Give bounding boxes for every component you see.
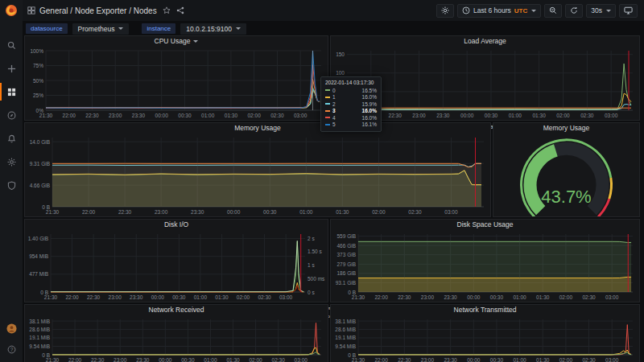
svg-text:02:00: 02:00 (237, 294, 250, 300)
svg-text:21:30: 21:30 (352, 357, 365, 362)
sidebar-item-explore[interactable] (0, 109, 23, 121)
svg-text:22:30: 22:30 (85, 113, 99, 118)
breadcrumb[interactable]: General / Node Exporter / Nodes (27, 6, 157, 15)
svg-text:02:30: 02:30 (408, 209, 422, 215)
svg-text:00:30: 00:30 (263, 209, 277, 215)
svg-text:21:30: 21:30 (46, 357, 60, 362)
disk-io-graph[interactable]: 0 B477 MiB954 MiB1.40 GiB0 s500 ms1 s1.5… (25, 230, 328, 304)
svg-text:0 s: 0 s (308, 290, 315, 295)
sidebar-item-help[interactable]: ? (0, 343, 23, 356)
svg-text:01:30: 01:30 (225, 113, 238, 118)
dashboards-grid-icon (7, 88, 16, 97)
svg-text:14.0 GiB: 14.0 GiB (30, 139, 50, 145)
svg-text:25%: 25% (33, 93, 43, 98)
star-icon[interactable] (163, 6, 171, 14)
sidebar-item-dashboards[interactable] (0, 85, 23, 98)
svg-text:50: 50 (339, 88, 345, 94)
svg-text:01:30: 01:30 (226, 357, 240, 362)
panel-title-memory-usage[interactable]: Memory Usage (25, 123, 490, 134)
avatar (6, 323, 17, 334)
svg-text:01:00: 01:00 (194, 294, 208, 300)
svg-text:21:30: 21:30 (44, 294, 58, 300)
svg-text:1.50 s: 1.50 s (308, 249, 322, 254)
compass-icon (7, 111, 16, 120)
load-average-graph[interactable]: 05010015022:0022:3023:0023:3000:0000:300… (331, 47, 639, 122)
sidebar-item-server-admin[interactable] (0, 179, 23, 191)
dashboard-variables-bar: datasource Prometheus instance 10.0.2.15… (23, 22, 644, 35)
share-icon[interactable] (176, 6, 184, 14)
panel-network-received: Network Received 0 B9.54 MiB19.1 MiB28.6… (24, 304, 328, 362)
cpu-usage-graph[interactable]: 0%25%50%75%100%21:3022:0022:3023:0023:30… (25, 47, 328, 122)
sidebar-item-search[interactable] (0, 39, 23, 51)
svg-text:02:00: 02:00 (559, 294, 573, 300)
svg-text:03:00: 03:00 (605, 357, 619, 362)
sidebar-item-configuration[interactable] (0, 155, 23, 168)
memory-usage-graph[interactable]: 0 B4.66 GiB9.31 GiB14.0 GiB21:3022:0022:… (25, 134, 490, 219)
sidebar-item-profile[interactable] (0, 322, 23, 335)
panel-network-transmitted: Network Transmitted 0 B9.54 MiB19.1 MiB2… (330, 304, 640, 362)
svg-text:19.1 MiB: 19.1 MiB (29, 335, 50, 340)
zoom-out-button[interactable] (544, 4, 562, 18)
svg-text:00:30: 00:30 (490, 357, 504, 362)
svg-text:23:00: 23:00 (421, 294, 435, 300)
chevron-down-icon (531, 10, 536, 12)
instance-variable-picker[interactable]: 10.0.2.15:9100 (180, 23, 246, 35)
svg-text:00:30: 00:30 (181, 357, 195, 362)
panel-title-disk-space[interactable]: Disk Space Usage (331, 220, 639, 230)
sidebar-item-create[interactable] (0, 62, 23, 75)
datasource-variable-picker[interactable]: Prometheus (72, 23, 130, 35)
top-navbar: General / Node Exporter / Nodes Last 6 h… (23, 0, 644, 21)
svg-text:38.1 MiB: 38.1 MiB (29, 319, 50, 324)
svg-text:02:30: 02:30 (270, 113, 284, 118)
svg-text:23:00: 23:00 (109, 113, 122, 118)
svg-text:9.54 MiB: 9.54 MiB (29, 343, 50, 349)
svg-text:?: ? (10, 346, 13, 352)
svg-text:00:00: 00:00 (460, 113, 474, 118)
sidebar-item-alerting[interactable] (0, 132, 23, 145)
dashboard-grid: CPU Usage 0%25%50%75%100%21:3022:0022:30… (23, 35, 644, 362)
svg-text:22:00: 22:00 (365, 113, 378, 118)
zoom-out-icon (549, 6, 557, 14)
kiosk-mode-button[interactable] (619, 4, 638, 18)
svg-text:23:30: 23:30 (444, 357, 457, 362)
svg-text:22:30: 22:30 (118, 209, 132, 215)
svg-text:22:00: 22:00 (63, 113, 76, 118)
grafana-app: ? General / Node Exporter / Nodes Last 6… (0, 0, 644, 362)
svg-text:2 s: 2 s (308, 236, 315, 241)
svg-text:559 GiB: 559 GiB (337, 233, 357, 239)
panel-title-memory-gauge[interactable]: Memory Usage (493, 123, 639, 134)
panel-title-cpu-usage[interactable]: CPU Usage (25, 36, 328, 47)
panel-title-network-received[interactable]: Network Received (25, 305, 328, 315)
svg-text:0: 0 (341, 108, 345, 113)
dashboard-settings-button[interactable] (436, 4, 454, 18)
svg-text:477 MiB: 477 MiB (29, 271, 48, 277)
main-area: General / Node Exporter / Nodes Last 6 h… (23, 0, 644, 362)
svg-text:02:00: 02:00 (559, 357, 573, 362)
panel-title-disk-io[interactable]: Disk I/O (25, 220, 328, 230)
gear-icon (7, 158, 16, 167)
svg-text:23:30: 23:30 (130, 294, 143, 300)
time-range-picker[interactable]: Last 6 hours UTC (457, 4, 541, 18)
panel-disk-io: Disk I/O 0 B477 MiB954 MiB1.40 GiB0 s500… (24, 219, 328, 302)
datasource-variable-label: datasource (26, 23, 68, 34)
disk-space-graph[interactable]: 0 B93.1 GiB186 GiB279 GiB373 GiB466 GiB5… (331, 230, 639, 304)
svg-text:38.1 MiB: 38.1 MiB (335, 319, 356, 324)
network-transmitted-graph[interactable]: 0 B9.54 MiB19.1 MiB28.6 MiB38.1 MiB21:30… (331, 315, 639, 362)
refresh-button[interactable] (565, 4, 583, 18)
svg-text:02:00: 02:00 (556, 113, 570, 118)
refresh-interval-picker[interactable]: 30s (586, 4, 616, 18)
svg-text:22:30: 22:30 (389, 113, 402, 118)
panel-title-network-transmitted[interactable]: Network Transmitted (331, 305, 639, 315)
refresh-icon (570, 6, 578, 14)
panel-title-load-average[interactable]: Load Average (331, 36, 639, 47)
grafana-logo-icon (5, 4, 18, 17)
svg-text:93.1 GiB: 93.1 GiB (336, 280, 356, 286)
sidebar: ? (0, 0, 23, 362)
svg-text:02:30: 02:30 (580, 113, 594, 118)
refresh-interval-label: 30s (591, 6, 602, 14)
network-received-graph[interactable]: 0 B9.54 MiB19.1 MiB28.6 MiB38.1 MiB21:30… (25, 315, 328, 362)
svg-text:00:30: 00:30 (178, 113, 192, 118)
search-icon (7, 41, 16, 50)
svg-text:01:30: 01:30 (336, 209, 349, 215)
grafana-logo[interactable] (0, 0, 23, 21)
